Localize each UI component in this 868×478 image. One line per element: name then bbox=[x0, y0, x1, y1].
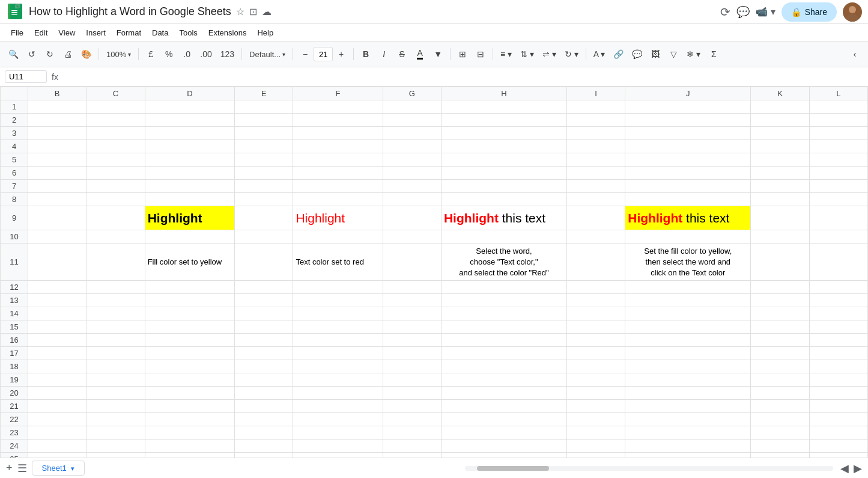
cell-K12[interactable] bbox=[751, 280, 809, 293]
row-num-11[interactable]: 11 bbox=[1, 244, 28, 281]
cell-D1[interactable] bbox=[145, 100, 234, 114]
cell-L14[interactable] bbox=[809, 307, 867, 320]
cell-E5[interactable] bbox=[235, 153, 293, 167]
menu-file[interactable]: File bbox=[6, 27, 28, 38]
cell-J15[interactable] bbox=[625, 320, 751, 333]
cell-K10[interactable] bbox=[751, 230, 809, 244]
cell-J5[interactable] bbox=[625, 153, 751, 167]
cloud-icon[interactable]: ☁ bbox=[262, 6, 272, 17]
col-header-K[interactable]: K bbox=[751, 87, 809, 100]
scroll-right-button[interactable]: ▶ bbox=[854, 462, 862, 475]
cell-G7[interactable] bbox=[383, 180, 441, 193]
cell-E3[interactable] bbox=[235, 127, 293, 140]
cell-G24[interactable] bbox=[383, 439, 441, 452]
row-num-1[interactable]: 1 bbox=[1, 100, 28, 114]
cell-C6[interactable] bbox=[86, 167, 145, 180]
cell-H21[interactable] bbox=[441, 399, 566, 412]
cell-K4[interactable] bbox=[751, 140, 809, 153]
menu-edit[interactable]: Edit bbox=[29, 27, 52, 38]
cell-I10[interactable] bbox=[566, 230, 625, 244]
cell-B17[interactable] bbox=[28, 346, 86, 360]
cell-D24[interactable] bbox=[145, 439, 234, 452]
cell-F24[interactable] bbox=[293, 439, 383, 452]
cell-C14[interactable] bbox=[86, 307, 145, 320]
cell-F4[interactable] bbox=[293, 140, 383, 153]
cell-J23[interactable] bbox=[625, 426, 751, 439]
cell-B16[interactable] bbox=[28, 333, 86, 346]
col-header-J[interactable]: J bbox=[625, 87, 751, 100]
zoom-dropdown[interactable]: 100% ▾ bbox=[103, 46, 135, 63]
cell-D15[interactable] bbox=[145, 320, 234, 333]
italic-button[interactable]: I bbox=[375, 46, 392, 63]
cell-D8[interactable] bbox=[145, 193, 234, 206]
cell-J4[interactable] bbox=[625, 140, 751, 153]
cell-E19[interactable] bbox=[235, 373, 293, 386]
row-num-23[interactable]: 23 bbox=[1, 426, 28, 439]
cell-F7[interactable] bbox=[293, 180, 383, 193]
menu-data[interactable]: Data bbox=[147, 27, 173, 38]
row-num-10[interactable]: 10 bbox=[1, 230, 28, 244]
cell-ref-input[interactable] bbox=[5, 70, 47, 83]
print-button[interactable]: 🖨 bbox=[59, 46, 76, 63]
row-num-9[interactable]: 9 bbox=[1, 206, 28, 230]
cell-G22[interactable] bbox=[383, 412, 441, 426]
cell-F3[interactable] bbox=[293, 127, 383, 140]
cell-L6[interactable] bbox=[809, 167, 867, 180]
row-num-15[interactable]: 15 bbox=[1, 320, 28, 333]
cell-B15[interactable] bbox=[28, 320, 86, 333]
cell-G14[interactable] bbox=[383, 307, 441, 320]
col-header-L[interactable]: L bbox=[809, 87, 867, 100]
row-num-21[interactable]: 21 bbox=[1, 399, 28, 412]
cell-I2[interactable] bbox=[566, 114, 625, 127]
menu-extensions[interactable]: Extensions bbox=[204, 27, 252, 38]
cell-J7[interactable] bbox=[625, 180, 751, 193]
cell-K19[interactable] bbox=[751, 373, 809, 386]
row-num-25[interactable]: 25 bbox=[1, 452, 28, 458]
cell-E22[interactable] bbox=[235, 412, 293, 426]
cell-K11[interactable] bbox=[751, 244, 809, 281]
sheet1-dropdown[interactable]: ▾ bbox=[71, 465, 74, 472]
cell-D20[interactable] bbox=[145, 386, 234, 399]
cell-H22[interactable] bbox=[441, 412, 566, 426]
cell-J24[interactable] bbox=[625, 439, 751, 452]
cell-F11[interactable]: Text color set to red bbox=[293, 244, 383, 281]
strikethrough-button[interactable]: S bbox=[393, 46, 410, 63]
cell-C19[interactable] bbox=[86, 373, 145, 386]
cell-J3[interactable] bbox=[625, 127, 751, 140]
cell-E1[interactable] bbox=[235, 100, 293, 114]
cell-L21[interactable] bbox=[809, 399, 867, 412]
cell-F9[interactable]: Highlight bbox=[293, 206, 383, 230]
col-header-D[interactable]: D bbox=[145, 87, 234, 100]
row-num-18[interactable]: 18 bbox=[1, 360, 28, 373]
cell-K14[interactable] bbox=[751, 307, 809, 320]
h-align-button[interactable]: ≡ ▾ bbox=[497, 46, 515, 63]
cell-I25[interactable] bbox=[566, 452, 625, 458]
cell-I16[interactable] bbox=[566, 333, 625, 346]
cell-E24[interactable] bbox=[235, 439, 293, 452]
cell-I7[interactable] bbox=[566, 180, 625, 193]
cell-I19[interactable] bbox=[566, 373, 625, 386]
cell-I4[interactable] bbox=[566, 140, 625, 153]
cell-G18[interactable] bbox=[383, 360, 441, 373]
menu-tools[interactable]: Tools bbox=[174, 27, 202, 38]
cell-G12[interactable] bbox=[383, 280, 441, 293]
cell-F21[interactable] bbox=[293, 399, 383, 412]
cell-J18[interactable] bbox=[625, 360, 751, 373]
row-num-7[interactable]: 7 bbox=[1, 180, 28, 193]
formula-input[interactable] bbox=[63, 72, 863, 81]
cell-F14[interactable] bbox=[293, 307, 383, 320]
cell-J19[interactable] bbox=[625, 373, 751, 386]
cell-K7[interactable] bbox=[751, 180, 809, 193]
cell-B22[interactable] bbox=[28, 412, 86, 426]
cell-B18[interactable] bbox=[28, 360, 86, 373]
cell-D17[interactable] bbox=[145, 346, 234, 360]
cell-G23[interactable] bbox=[383, 426, 441, 439]
image-button[interactable]: 🖼 bbox=[647, 46, 664, 63]
cell-F13[interactable] bbox=[293, 293, 383, 307]
row-num-12[interactable]: 12 bbox=[1, 280, 28, 293]
cell-B5[interactable] bbox=[28, 153, 86, 167]
cell-J1[interactable] bbox=[625, 100, 751, 114]
cell-B9[interactable] bbox=[28, 206, 86, 230]
row-num-17[interactable]: 17 bbox=[1, 346, 28, 360]
cell-C8[interactable] bbox=[86, 193, 145, 206]
